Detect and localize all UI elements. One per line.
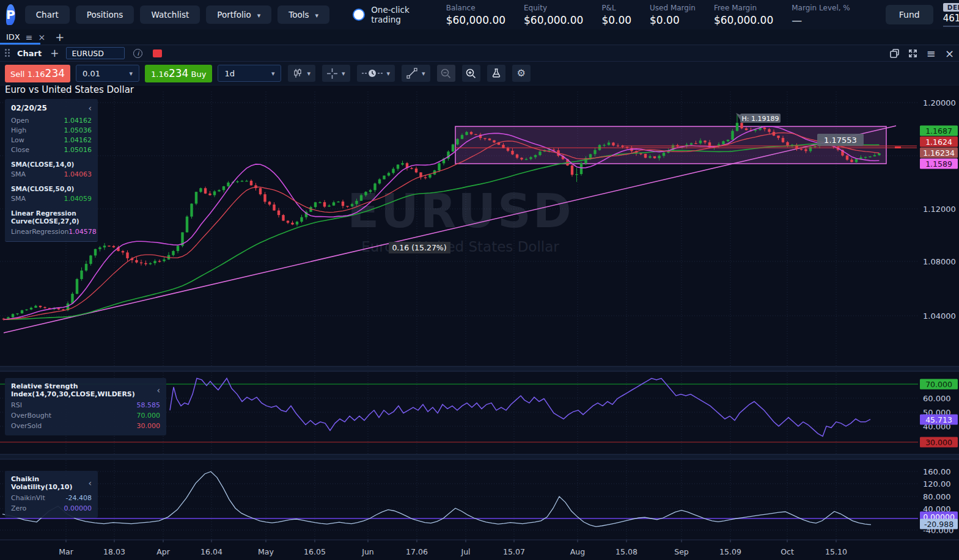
stat-used-margin: Used Margin$0.00 <box>650 4 696 26</box>
account-id-dropdown[interactable]: 461097535, USD▾ <box>943 13 959 27</box>
portfolio-dropdown[interactable]: Portfolio▾ <box>206 5 271 24</box>
nav-positions-button[interactable]: Positions <box>76 5 134 24</box>
tab-close-icon[interactable]: × <box>38 32 45 42</box>
sma14-row: SMA1.04063 <box>11 170 92 178</box>
close-chart-icon[interactable]: × <box>945 47 954 60</box>
app-logo[interactable]: P <box>6 4 15 25</box>
chevron-down-icon: ▾ <box>342 70 345 78</box>
chevron-down-icon: ▾ <box>315 12 319 20</box>
rsi-value-row: RSI58.585 <box>11 401 160 409</box>
svg-text:15.10: 15.10 <box>825 547 847 556</box>
chaikin-zero-row: Zero0.00000 <box>11 504 92 512</box>
svg-text:1.1687: 1.1687 <box>925 126 952 136</box>
instrument-info-icon[interactable]: i <box>133 49 142 58</box>
instrument-title: Euro vs United States Dollar <box>5 84 134 95</box>
candlestick-icon <box>293 68 303 78</box>
duplicate-window-icon[interactable] <box>890 49 899 58</box>
user-drawings <box>4 126 896 333</box>
chevron-down-icon: ▾ <box>271 70 275 78</box>
chart-toolbar: Sell 1.16234 0.01▾ 1.16234 Buy 1d▾ ▾ ▾ ▾… <box>0 62 959 85</box>
svg-text:Aug: Aug <box>570 547 585 556</box>
svg-text:16.05: 16.05 <box>304 547 326 556</box>
one-click-trading-toggle[interactable] <box>353 9 365 21</box>
watermark: EURUSDEuro vs United States Dollar <box>347 184 573 255</box>
collapse-panel-icon[interactable]: ‹ <box>88 478 92 488</box>
svg-text:1.12000: 1.12000 <box>923 205 956 214</box>
rsi-info-panel: Relative Strength Index(14,70,30,CLOSE,W… <box>5 378 166 435</box>
svg-text:18.03: 18.03 <box>103 547 125 556</box>
buy-button[interactable]: 1.16234 Buy <box>145 65 212 82</box>
sma14-name: SMA(CLOSE,14,0) <box>11 161 92 169</box>
chevron-down-icon: ▾ <box>422 70 425 78</box>
svg-text:1.17553: 1.17553 <box>824 136 857 145</box>
svg-text:H: 1.19189: H: 1.19189 <box>742 115 779 123</box>
session-clock-dropdown[interactable]: ▾ <box>357 65 395 82</box>
chaikin-indicator-name: Chaikin Volatility(10,10) <box>11 475 83 491</box>
timeframe-dropdown[interactable]: 1d▾ <box>218 65 281 82</box>
tab-menu-icon[interactable]: ≡ <box>26 32 33 42</box>
drag-handle-icon[interactable] <box>5 49 11 58</box>
svg-text:17.06: 17.06 <box>406 547 428 556</box>
chart-menu-icon[interactable]: ≡ <box>927 47 936 60</box>
collapse-panel-icon[interactable]: ‹ <box>88 103 92 113</box>
fund-button[interactable]: Fund <box>886 5 933 24</box>
svg-text:1.04000: 1.04000 <box>923 311 956 321</box>
svg-text:16.04: 16.04 <box>200 547 222 556</box>
svg-text:1.08000: 1.08000 <box>923 257 956 266</box>
sma50-name: SMA(CLOSE,50,0) <box>11 185 92 193</box>
svg-text:Jun: Jun <box>361 547 374 556</box>
one-click-trading-label: One-click trading <box>371 5 410 24</box>
crosshair-date: 02/20/25 <box>11 104 47 112</box>
crosshair-dropdown[interactable]: ▾ <box>322 65 350 82</box>
svg-text:120.00: 120.00 <box>923 479 951 489</box>
collapse-panel-icon[interactable]: ‹ <box>156 385 160 395</box>
account-selector[interactable]: DEMO CFD 461097535, USD▾ <box>943 3 959 27</box>
stat-free-margin: Free Margin$60,000.00 <box>714 4 773 26</box>
fullscreen-icon[interactable] <box>908 49 917 58</box>
crosshair-icon <box>327 68 337 79</box>
zoom-in-icon <box>466 68 476 79</box>
trendline-icon <box>406 68 417 79</box>
ohlc-high-row: High1.05036 <box>11 126 92 134</box>
flask-icon <box>491 68 501 78</box>
price-chart-canvas[interactable]: EURUSDEuro vs United States DollarH: 1.1… <box>0 85 959 560</box>
svg-text:Sep: Sep <box>674 547 689 556</box>
zoom-out-icon <box>441 68 451 79</box>
indicators-button[interactable] <box>487 65 505 82</box>
time-axis: Mar18.03Apr16.04May16.05Jun17.06Jul15.07… <box>59 540 847 556</box>
stat-balance: Balance$60,000.00 <box>446 4 505 26</box>
linreg-row: LinearRegression1.04578 <box>11 228 92 236</box>
svg-text:0.16 (15.27%): 0.16 (15.27%) <box>392 243 446 252</box>
ohlc-info-panel: 02/20/25 ‹ Open1.04162 High1.05036 Low1.… <box>5 99 98 242</box>
sell-button[interactable]: Sell 1.16234 <box>5 65 70 82</box>
add-tab-button[interactable]: + <box>55 31 64 43</box>
symbol-input[interactable]: EURUSD <box>66 47 125 59</box>
add-chart-button[interactable]: + <box>50 47 59 59</box>
chevron-down-icon: ▾ <box>387 70 391 78</box>
tab-idx[interactable]: IDX ≡ × <box>0 32 51 42</box>
zoom-in-button[interactable] <box>462 65 480 82</box>
active-tab-underline <box>0 43 40 45</box>
instrument-color-swatch[interactable] <box>153 49 162 57</box>
rsi-indicator-name: Relative Strength Index(14,70,30,CLOSE,W… <box>11 382 152 398</box>
svg-text:Oct: Oct <box>781 547 794 556</box>
zoom-out-button[interactable] <box>437 65 455 82</box>
chart-settings-button[interactable]: ⚙ <box>512 65 531 82</box>
chaikin-value-row: ChaikinVlt-24.408 <box>11 494 92 502</box>
quantity-dropdown[interactable]: 0.01▾ <box>76 65 139 82</box>
svg-text:Apr: Apr <box>156 547 170 556</box>
tools-dropdown[interactable]: Tools▾ <box>277 5 329 24</box>
nav-chart-button[interactable]: Chart <box>25 5 70 24</box>
ohlc-close-row: Close1.05016 <box>11 146 92 154</box>
gear-icon: ⚙ <box>516 68 525 78</box>
chart-window-title: Chart <box>17 49 42 58</box>
top-bar: P Chart Positions Watchlist Portfolio▾ T… <box>0 0 959 29</box>
sma50-row: SMA1.04059 <box>11 195 92 203</box>
ohlc-open-row: Open1.04162 <box>11 117 92 125</box>
svg-text:70.000: 70.000 <box>925 380 952 389</box>
linreg-name: Linear Regression Curve(CLOSE,27,0) <box>11 209 92 225</box>
svg-text:Mar: Mar <box>59 547 73 556</box>
drawing-tools-dropdown[interactable]: ▾ <box>402 65 430 82</box>
chart-type-dropdown[interactable]: ▾ <box>288 65 315 82</box>
nav-watchlist-button[interactable]: Watchlist <box>140 5 200 24</box>
